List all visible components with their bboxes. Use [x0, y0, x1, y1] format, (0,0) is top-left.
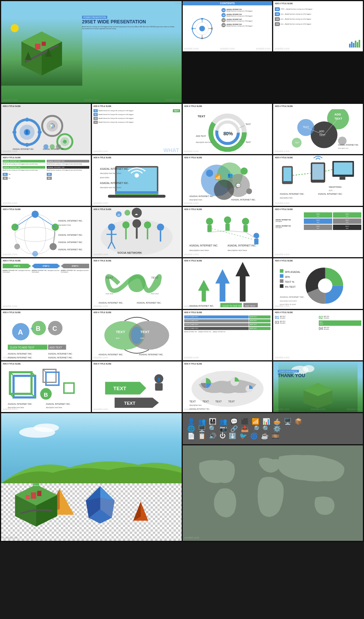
slide-abcd[interactable]: ADD A TITLE SLIDE A B C + + CLICK TO ADD… — [1, 310, 91, 360]
slide-world-map-small[interactable]: ADD A TITLE SLIDE TEXT TEXT TEXT TEX — [183, 361, 272, 412]
icon-speaker: 🔊 — [209, 432, 216, 440]
svg-rect-232 — [64, 383, 74, 393]
svg-text:ASADAL INTERNET INC.: ASADAL INTERNET INC. — [338, 144, 359, 146]
svg-line-110 — [325, 170, 333, 171]
svg-text:A: A — [18, 328, 23, 336]
slide-globe[interactable]: ADD A TITLE SLIDE ASADAL INTERNET IN — [1, 207, 91, 257]
svg-text:C: C — [52, 325, 57, 332]
step-text-01: Asadal Internet Inc. being at the runnin… — [98, 110, 172, 112]
step3-text: ASADAL INTERNET INC. description text he… — [61, 270, 89, 273]
svg-rect-103 — [284, 167, 292, 181]
hero-illustration — [1, 1, 82, 103]
contents-num-4: 04 — [221, 23, 226, 27]
slide-laptop[interactable]: ADD A TITLE SLIDE ASADAL INTERNET INC. d… — [92, 155, 182, 205]
small-pyramid — [127, 501, 154, 524]
svg-text:text: text — [116, 337, 120, 339]
icons-watermark: asadal.com — [175, 2, 189, 5]
col2-header2: ASADAL INTERNET INC. — [47, 166, 89, 169]
svg-rect-27 — [359, 40, 360, 48]
slide-arrow-buttons[interactable]: ADD A TITLE SLIDE TEXT 👤 TEXT ASADAL INT… — [92, 361, 182, 412]
svg-line-161 — [209, 231, 227, 232]
slide-table-rows[interactable]: ADD A TITLE SLIDE CLICK TO ADD TEXT ADD … — [183, 310, 272, 360]
globe-network-diagram: ASADAL INTERNET INC. description here AS… — [1, 207, 91, 257]
svg-text:description text here lorem: description text here lorem — [100, 172, 121, 174]
slide-social[interactable]: ADD A TITLE SLIDE — [92, 207, 182, 257]
svg-text:📶: 📶 — [215, 174, 221, 181]
step1-text: ASADAL INTERNET INC. description text he… — [3, 270, 31, 273]
bottom-sky-panel: HELLO asadal.com — [1, 413, 182, 541]
svg-text:70%: 70% — [223, 131, 229, 135]
slide-device-network[interactable]: ADD A TITLE SLIDE ASADAL IN — [273, 155, 363, 205]
slide-bubble[interactable]: ADD A TITLE SLIDE ADD TEXT ADD TEXT TEXT… — [273, 104, 363, 154]
slide-3d-boxes[interactable]: ADD A TITLE SLIDE B ASADAL INTERN — [1, 361, 91, 412]
svg-text:ASADAL INTERNET INC.: ASADAL INTERNET INC. — [139, 353, 164, 356]
arrow-buttons-diagram: TEXT 👤 TEXT ASADAL INTERNET INC. descrip… — [93, 366, 180, 410]
slide-donut[interactable]: ADD A TITLE SLIDE TEXT 80% 70% ADD TEXT … — [183, 104, 272, 154]
arrow-num-2: 02 — [275, 12, 280, 16]
svg-text:description here: description here — [280, 197, 293, 199]
svg-point-48 — [50, 144, 55, 149]
grid-cell-2: TEXTtext — [333, 218, 361, 224]
svg-point-13 — [200, 26, 205, 31]
svg-text:text text: text text — [151, 292, 159, 295]
slide-infinity[interactable]: ADD A TITLE SLIDE TEXT text text TEXT te… — [92, 258, 182, 309]
svg-text:ASADAL INTERNET INC.: ASADAL INTERNET INC. — [280, 193, 305, 195]
num-01-text: Text — [8, 174, 11, 175]
slide-steps-what[interactable]: ADD A TITLE SLIDE 01 Asadal Internet Inc… — [92, 104, 182, 154]
slide-infinity2[interactable]: ADD A TITLE SLIDE TEXT text TEXT text AS… — [92, 310, 182, 360]
slide25-label: ADD A TITLE SLIDE — [93, 363, 111, 365]
icon-fan: 🌀 — [250, 432, 258, 440]
svg-text:CLICK TO ADD TEXT: CLICK TO ADD TEXT — [10, 346, 34, 348]
arrow-text-3: text — Asadal has been running one of th… — [281, 18, 361, 20]
slide-pie[interactable]: ADD A TITLE SLIDE 30% ASADAL 30% — [273, 258, 363, 309]
icon-people3: 👥 — [220, 418, 227, 425]
slide-hero[interactable]: POWER PRESENTATION 29SET WIDE PRESENTATI… — [1, 1, 182, 103]
arrow-num-3: 03 — [275, 17, 280, 21]
grid-cell-3: TEXTtext — [304, 225, 332, 230]
slide-numbered[interactable]: ADD A TITLE SLIDE 01 ADD TEXTdescription… — [273, 310, 363, 360]
col1-text2: Asadal has been running one of the bigge… — [3, 169, 45, 171]
svg-line-125 — [35, 214, 56, 227]
svg-text:ASADAL INTERNET INC.: ASADAL INTERNET INC. — [58, 219, 83, 222]
svg-text:TEXT: TEXT — [189, 400, 196, 403]
svg-text:+: + — [48, 325, 51, 331]
svg-rect-9 — [35, 44, 40, 49]
svg-text:text text: text text — [106, 292, 113, 295]
slide-network-circles[interactable]: ADD A TITLE SLIDE 📶 👥 💬 ASADAL INTERNET … — [183, 155, 272, 205]
contents-text-4: ASADAL INTERNET INC.Asadal has been runn… — [226, 24, 253, 27]
big-03-text: ADD TEXTdescription — [280, 321, 285, 324]
svg-text:TEXT: TEXT — [245, 141, 251, 143]
svg-text:ASADAL INTERNET INC.: ASADAL INTERNET INC. — [48, 356, 73, 358]
svg-rect-105 — [312, 164, 324, 180]
slide-arrows-up[interactable]: ADD A TITLE SLIDE ASADAL INTERNET INC. d… — [183, 258, 272, 309]
slide23-label: ADD A TITLE SLIDE — [275, 311, 293, 314]
svg-marker-176 — [198, 280, 209, 301]
svg-rect-83 — [115, 194, 158, 195]
svg-text:ASADAL INTERNET INC.: ASADAL INTERNET INC. — [58, 234, 83, 236]
abcd-diagram: A B C + + CLICK TO ADD TEXT ADD TEXT ASA… — [1, 310, 91, 360]
big-01: 01 — [275, 315, 279, 320]
svg-text:ASADAL INTERNET INC.: ASADAL INTERNET INC. — [13, 148, 34, 150]
slide-numlist[interactable]: ADD A TITLE SLIDE 01 TEXT — Asadal has b… — [273, 1, 363, 51]
slide-contents[interactable]: CONTENTS — [183, 1, 272, 51]
slide-thankyou[interactable]: POWER PRESENTATION THANK YOU asadal.com … — [273, 361, 363, 412]
svg-text:description text here: description text here — [46, 407, 62, 409]
slide-gear[interactable]: ADD A TITLE SLIDE — [1, 104, 91, 154]
slide-steps-row[interactable]: ADD A TITLE SLIDE STEP 1 STEP 2 STEP 3 A… — [1, 258, 91, 309]
arrow-num-4: 04 — [275, 22, 280, 26]
step1-arrow: STEP 1 — [3, 264, 31, 268]
svg-text:TEXT: TEXT — [151, 276, 159, 279]
icon-people2: 👥 — [198, 418, 206, 425]
slide-twocol[interactable]: ADD A TITLE SLIDE ASADAL INTERNET INC. A… — [1, 155, 91, 205]
svg-text:SMARTRING: SMARTRING — [329, 186, 342, 188]
arrow-num-1: 01 — [275, 7, 280, 11]
svg-text:description text: description text — [189, 405, 202, 407]
svg-text:ASADAL INTERNET INC.: ASADAL INTERNET INC. — [100, 182, 129, 184]
svg-text:30% ASADAL: 30% ASADAL — [285, 271, 301, 273]
slide-people-net[interactable]: ADD A TITLE SLIDE ASA — [183, 207, 272, 257]
slide-grid-text[interactable]: ADD A TITLE SLIDE TEXTtext TEXTtext ASAD… — [273, 207, 363, 257]
add-text-box: ADDTEXT — [319, 320, 361, 326]
social-diagram: ☁ SOCIA NETWORK @ — [92, 207, 182, 257]
pie-chart-diagram: 30% ASADAL 30% TEXT % 5% TEXT ASADAL INT… — [273, 258, 363, 309]
svg-text:ASADAL INTERNET INC.: ASADAL INTERNET INC. — [189, 195, 214, 197]
